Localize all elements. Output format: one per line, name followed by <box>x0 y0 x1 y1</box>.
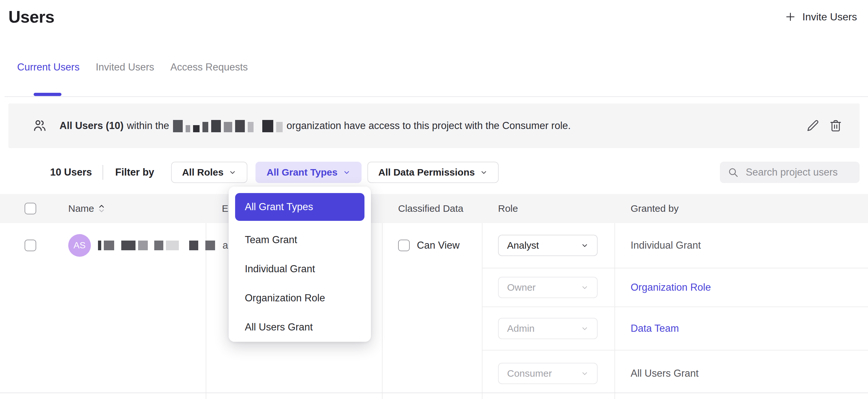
granted-by-all-users-grant: All Users Grant <box>631 368 699 379</box>
role-select-value: Analyst <box>507 240 539 251</box>
filter-all-roles-label: All Roles <box>182 167 223 178</box>
filter-all-grant-types-label: All Grant Types <box>267 167 338 178</box>
classified-data-cell: Can View <box>382 223 482 268</box>
search-input[interactable] <box>746 166 852 178</box>
role-select-value: Admin <box>507 323 534 334</box>
tab-bar: Current Users Invited Users Access Reque… <box>17 61 248 80</box>
chevron-down-icon <box>581 325 589 332</box>
table-header: Name Email Classified Data Role Granted … <box>0 194 868 223</box>
tab-bar-divider <box>4 96 868 97</box>
filter-all-grant-types[interactable]: All Grant Types <box>255 162 362 183</box>
chevron-down-icon <box>480 168 488 176</box>
dropdown-item-organization-role[interactable]: Organization Role <box>235 283 365 313</box>
chevron-down-icon <box>581 283 589 291</box>
column-header-granted-by: Granted by <box>631 203 679 214</box>
dropdown-item-team-grant[interactable]: Team Grant <box>235 225 365 254</box>
grant-types-dropdown: All Grant Types Team Grant Individual Gr… <box>229 187 371 342</box>
tab-access-requests[interactable]: Access Requests <box>170 61 248 80</box>
filter-all-data-permissions[interactable]: All Data Permissions <box>367 162 499 183</box>
banner-message-mid: within the <box>127 120 169 132</box>
top-bar: Users Invite Users <box>8 5 857 28</box>
banner-message-end: organization have access to this project… <box>286 120 571 132</box>
redacted-org-name <box>173 119 283 132</box>
chevron-down-icon <box>229 168 237 176</box>
search-icon <box>727 167 739 178</box>
toolbar-divider <box>102 165 103 180</box>
avatar: AS <box>68 234 91 257</box>
user-count: 10 Users <box>50 166 92 178</box>
role-select-owner[interactable]: Owner <box>498 277 598 298</box>
next-row-stub <box>0 393 868 399</box>
row-checkbox[interactable] <box>25 240 36 251</box>
delete-grant-button[interactable] <box>829 119 842 132</box>
users-icon <box>32 118 47 133</box>
can-view-label: Can View <box>417 240 460 251</box>
tab-invited-users[interactable]: Invited Users <box>96 61 154 80</box>
search-project-users[interactable] <box>720 162 860 183</box>
role-select-consumer[interactable]: Consumer <box>498 363 598 384</box>
dropdown-item-all-grant-types[interactable]: All Grant Types <box>235 193 365 221</box>
sort-icon[interactable] <box>99 204 104 213</box>
filter-toolbar: 10 Users Filter by All Roles All Grant T… <box>8 162 860 183</box>
filter-all-roles[interactable]: All Roles <box>171 162 247 183</box>
chevron-down-icon <box>581 242 589 249</box>
granted-by-organization-role-link[interactable]: Organization Role <box>631 282 711 293</box>
granted-by-individual-grant: Individual Grant <box>631 240 701 251</box>
select-all-checkbox[interactable] <box>25 203 36 214</box>
trash-icon <box>829 119 842 132</box>
tab-current-users[interactable]: Current Users <box>17 61 80 80</box>
redacted-user-name <box>98 241 215 250</box>
role-select-value: Consumer <box>507 368 552 379</box>
granted-by-data-team-link[interactable]: Data Team <box>631 323 679 334</box>
users-page: Users Invite Users Current Users Invited… <box>0 0 868 399</box>
edit-grant-button[interactable] <box>806 119 820 132</box>
chevron-down-icon <box>581 370 589 377</box>
role-select-value: Owner <box>507 282 535 293</box>
active-tab-indicator <box>34 93 61 96</box>
plus-icon <box>785 11 796 22</box>
filter-all-data-permissions-label: All Data Permissions <box>378 167 475 178</box>
column-header-name: Name <box>68 203 94 214</box>
chevron-down-icon <box>343 168 350 176</box>
can-view-checkbox[interactable] <box>398 240 410 251</box>
banner-message: All Users (10) within the organization h… <box>60 119 571 132</box>
page-title: Users <box>8 7 54 27</box>
dropdown-item-individual-grant[interactable]: Individual Grant <box>235 254 365 283</box>
banner-actions <box>806 119 842 132</box>
invite-users-label: Invite Users <box>802 11 857 23</box>
filter-by-label: Filter by <box>115 166 154 178</box>
dropdown-item-all-users-grant[interactable]: All Users Grant <box>235 313 365 342</box>
role-select-analyst[interactable]: Analyst <box>498 235 598 256</box>
all-users-banner: All Users (10) within the organization h… <box>8 103 860 148</box>
column-header-classified-data: Classified Data <box>398 203 463 214</box>
pencil-icon <box>806 119 820 132</box>
role-select-admin[interactable]: Admin <box>498 318 598 339</box>
invite-users-button[interactable]: Invite Users <box>785 11 857 23</box>
column-header-role: Role <box>498 203 518 214</box>
table-row: AS a Can View <box>0 223 868 393</box>
banner-message-bold: All Users (10) <box>60 120 124 132</box>
